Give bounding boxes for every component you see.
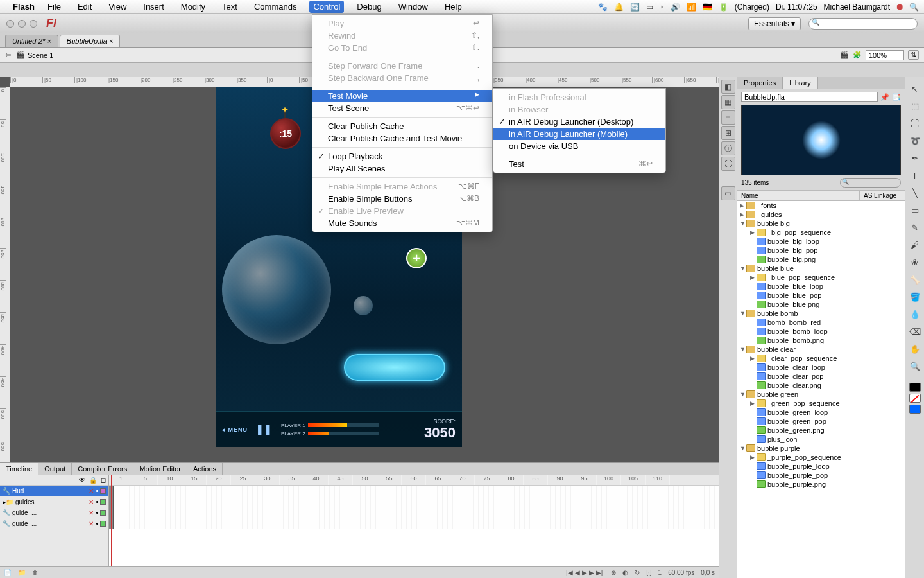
pill-button-sprite[interactable]	[344, 354, 445, 381]
info-panel-icon[interactable]: ⓘ	[721, 141, 735, 155]
new-folder-icon[interactable]: 📁	[18, 569, 26, 576]
library-item[interactable]: bubble_green.png	[737, 426, 905, 435]
zoom-input[interactable]	[866, 50, 904, 60]
edit-scene-icon[interactable]: 🎬	[840, 51, 849, 59]
frame-marker-icon[interactable]: [·]	[646, 569, 651, 576]
timeline-layer[interactable]: 🔧 guide_...✕ •	[0, 518, 108, 529]
tab-properties[interactable]: Properties	[737, 77, 783, 89]
help-search-input[interactable]	[809, 18, 918, 30]
tools-panel[interactable]: ↖ ⬚ ⛶ ➰ ✒ T ╲ ▭ ✎ 🖌 ❀ 🦴 🪣 💧 ⌫ ✋ 🔍	[905, 77, 924, 578]
menu-item[interactable]: Mute Sounds⌥⌘M	[312, 217, 492, 229]
library-item[interactable]: ▼bubble purple	[737, 444, 905, 453]
menu-window[interactable]: Window	[395, 1, 432, 13]
tab-library[interactable]: Library	[783, 77, 818, 89]
menu-edit[interactable]: Edit	[74, 1, 96, 13]
menu-item[interactable]: Clear Publish Cache	[312, 120, 492, 132]
clock[interactable]: Di. 11:07:25	[776, 3, 817, 12]
eyedropper-tool-icon[interactable]: 💧	[907, 306, 923, 322]
dock-icon[interactable]: ◧	[721, 80, 735, 94]
zoom-stepper-icon[interactable]: ⇅	[908, 50, 919, 60]
library-item[interactable]: bubble_big.png	[737, 255, 905, 264]
paint-bucket-tool-icon[interactable]: 🪣	[907, 289, 923, 304]
menu-debug[interactable]: Debug	[353, 1, 385, 13]
menu-help[interactable]: Help	[441, 1, 466, 13]
app-name[interactable]: Flash	[13, 2, 35, 12]
library-item[interactable]: ▶_big_pop_sequence	[737, 228, 905, 237]
doc-tab[interactable]: BubbleUp.fla ×	[60, 35, 120, 47]
menu-commands[interactable]: Commands	[250, 1, 300, 13]
library-item[interactable]: ▼bubble blue	[737, 264, 905, 273]
bell-icon[interactable]: 🔔	[614, 3, 624, 12]
outline-col-icon[interactable]: ◻	[101, 477, 106, 484]
wifi-icon[interactable]: 📶	[687, 3, 696, 12]
visibility-col-icon[interactable]: 👁	[79, 477, 85, 484]
menu-item[interactable]: Test Movie	[312, 90, 492, 102]
pencil-tool-icon[interactable]: ✎	[907, 220, 923, 235]
menu-item[interactable]: Clear Publish Cache and Test Movie	[312, 132, 492, 144]
menu-item[interactable]: on Device via USB	[493, 140, 665, 152]
library-item[interactable]: bubble_big_pop	[737, 246, 905, 255]
menu-item[interactable]: Play All Scenes	[312, 162, 492, 175]
transform-panel-icon[interactable]: ⛶	[721, 157, 735, 171]
library-item[interactable]: bubble_blue_loop	[737, 282, 905, 291]
traffic-lights[interactable]	[6, 20, 37, 28]
plus-target-sprite[interactable]: +	[406, 248, 427, 268]
stroke-color-swatch[interactable]	[909, 383, 921, 392]
dock-icon[interactable]: ≡	[721, 110, 735, 125]
menu-text[interactable]: Text	[218, 1, 241, 13]
deco-tool-icon[interactable]: ❀	[907, 254, 923, 270]
user-name[interactable]: Michael Baumgardt	[824, 3, 890, 12]
library-item[interactable]: bubble_purple.png	[737, 480, 905, 489]
bottom-tab[interactable]: Motion Editor	[133, 463, 187, 475]
library-item[interactable]: ▼bubble clear	[737, 345, 905, 354]
dock-icon[interactable]: ▭	[721, 186, 735, 200]
doc-tab[interactable]: Untitled-2* ×	[5, 35, 58, 47]
lock-col-icon[interactable]: 🔒	[89, 477, 97, 484]
line-tool-icon[interactable]: ╲	[907, 185, 923, 200]
library-item[interactable]: bubble_bomb.png	[737, 336, 905, 345]
timeline-frames[interactable]: 1510152025303540455055606570758085909510…	[109, 475, 719, 566]
subselection-tool-icon[interactable]: ⬚	[907, 98, 923, 114]
library-item[interactable]: bubble_clear_loop	[737, 363, 905, 372]
menu-file[interactable]: File	[44, 1, 65, 13]
library-item[interactable]: ▼bubble big	[737, 219, 905, 228]
bluetooth-icon[interactable]: ᚼ	[660, 3, 664, 12]
free-transform-tool-icon[interactable]: ⛶	[907, 116, 923, 131]
library-item[interactable]: bubble_big_loop	[737, 237, 905, 246]
text-tool-icon[interactable]: T	[907, 168, 923, 183]
col-linkage[interactable]: AS Linkage	[860, 191, 905, 200]
rectangle-tool-icon[interactable]: ▭	[907, 202, 923, 218]
hud-menu-button[interactable]: ◂ MENU	[222, 426, 248, 433]
edit-symbol-icon[interactable]: 🧩	[853, 51, 862, 59]
bottom-tab[interactable]: Output	[38, 463, 72, 475]
selection-tool-icon[interactable]: ↖	[907, 81, 923, 96]
menu-item[interactable]: Loop Playback	[312, 150, 492, 162]
menu-modify[interactable]: Modify	[177, 1, 209, 13]
library-item[interactable]: ▶_guides	[737, 210, 905, 219]
dock-icon[interactable]: ▦	[721, 95, 735, 109]
bone-tool-icon[interactable]: 🦴	[907, 272, 923, 287]
sync-icon[interactable]: 🔄	[630, 3, 640, 12]
menu-item[interactable]: Enable Simple Buttons⌥⌘B	[312, 193, 492, 205]
library-item[interactable]: ▼bubble bomb	[737, 309, 905, 318]
scene-label[interactable]: Scene 1	[28, 51, 53, 59]
library-item[interactable]: bubble_purple_loop	[737, 462, 905, 471]
volume-icon[interactable]: 🔊	[671, 3, 680, 12]
col-name[interactable]: Name	[737, 191, 860, 200]
bottom-tab[interactable]: Compiler Errors	[72, 463, 133, 475]
pen-tool-icon[interactable]: ✒	[907, 150, 923, 166]
fill-color-swatch[interactable]	[909, 394, 921, 403]
bottom-tab[interactable]: Timeline	[0, 463, 38, 475]
library-item[interactable]: ▶_blue_pop_sequence	[737, 273, 905, 282]
playback-controls[interactable]: |◀◀▶▶▶|	[566, 569, 604, 576]
menu-control[interactable]: Control	[309, 1, 344, 13]
hud-pause-icon[interactable]: ❚❚	[255, 423, 272, 435]
new-layer-icon[interactable]: 📄	[4, 569, 12, 576]
menu-view[interactable]: View	[105, 1, 130, 13]
library-item[interactable]: plus_icon	[737, 435, 905, 444]
library-file-combo[interactable]	[741, 92, 878, 102]
playhead[interactable]	[111, 475, 112, 566]
timeline-layers[interactable]: 👁 🔒 ◻ 🔧 Hud✕ • ▸📁 guides✕ • 🔧 guide_...✕…	[0, 475, 109, 566]
flag-icon[interactable]: 🇩🇪	[703, 3, 712, 12]
workspace-switcher[interactable]: Essentials ▾	[748, 17, 801, 30]
